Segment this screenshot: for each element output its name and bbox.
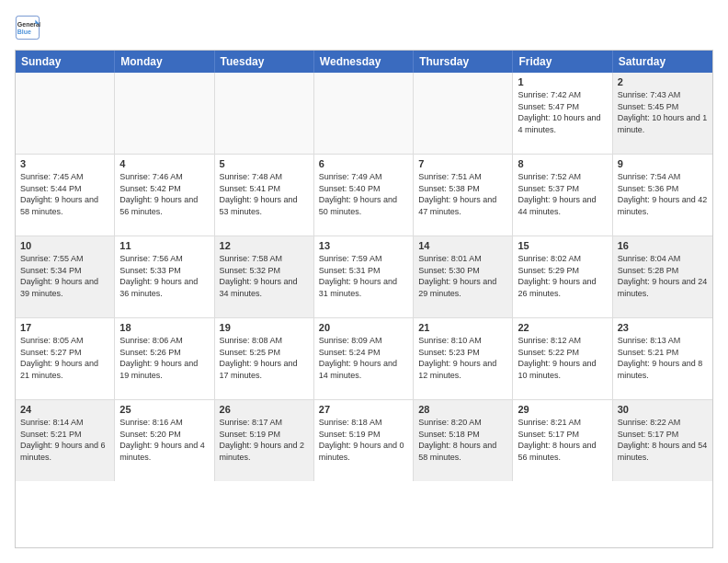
day-number: 24 — [20, 404, 109, 415]
calendar-cell: 14Sunrise: 8:01 AMSunset: 5:30 PMDayligh… — [414, 236, 513, 317]
cell-info: Sunrise: 8:02 AMSunset: 5:29 PMDaylight:… — [518, 253, 607, 299]
header: General Blue — [15, 15, 713, 40]
cell-info: Sunrise: 8:21 AMSunset: 5:17 PMDaylight:… — [518, 417, 607, 463]
day-number: 15 — [518, 240, 607, 251]
cell-info: Sunrise: 8:12 AMSunset: 5:22 PMDaylight:… — [518, 335, 607, 381]
day-number: 29 — [518, 404, 607, 415]
svg-rect-0 — [16, 16, 39, 39]
day-number: 2 — [618, 76, 708, 87]
day-number: 5 — [220, 158, 309, 169]
calendar-cell: 9Sunrise: 7:54 AMSunset: 5:36 PMDaylight… — [613, 155, 712, 236]
calendar-cell: 12Sunrise: 7:58 AMSunset: 5:32 PMDayligh… — [215, 236, 314, 317]
day-number: 23 — [618, 322, 708, 333]
weekday-header: Friday — [513, 51, 612, 73]
calendar-cell: 22Sunrise: 8:12 AMSunset: 5:22 PMDayligh… — [513, 318, 612, 399]
cell-info: Sunrise: 8:13 AMSunset: 5:21 PMDaylight:… — [618, 335, 708, 381]
calendar-cell: 13Sunrise: 7:59 AMSunset: 5:31 PMDayligh… — [314, 236, 414, 317]
cell-info: Sunrise: 8:20 AMSunset: 5:18 PMDaylight:… — [418, 417, 507, 463]
day-number: 1 — [518, 76, 607, 87]
day-number: 30 — [618, 404, 708, 415]
calendar: SundayMondayTuesdayWednesdayThursdayFrid… — [15, 50, 713, 548]
calendar-cell: 29Sunrise: 8:21 AMSunset: 5:17 PMDayligh… — [513, 400, 612, 481]
weekday-header: Monday — [115, 51, 214, 73]
calendar-cell — [314, 73, 414, 154]
day-number: 27 — [319, 404, 408, 415]
calendar-cell: 24Sunrise: 8:14 AMSunset: 5:21 PMDayligh… — [16, 400, 115, 481]
cell-info: Sunrise: 7:58 AMSunset: 5:32 PMDaylight:… — [220, 253, 309, 299]
svg-text:Blue: Blue — [17, 29, 31, 35]
cell-info: Sunrise: 7:45 AMSunset: 5:44 PMDaylight:… — [20, 171, 109, 217]
calendar-cell — [215, 73, 314, 154]
cell-info: Sunrise: 7:46 AMSunset: 5:42 PMDaylight:… — [119, 171, 209, 217]
day-number: 7 — [418, 158, 507, 169]
weekday-header: Tuesday — [215, 51, 314, 73]
weekday-header: Saturday — [613, 51, 712, 73]
calendar-cell: 27Sunrise: 8:18 AMSunset: 5:19 PMDayligh… — [314, 400, 414, 481]
calendar-cell: 10Sunrise: 7:55 AMSunset: 5:34 PMDayligh… — [16, 236, 115, 317]
day-number: 16 — [618, 240, 708, 251]
day-number: 9 — [618, 158, 708, 169]
cell-info: Sunrise: 7:51 AMSunset: 5:38 PMDaylight:… — [418, 171, 507, 217]
calendar-cell: 1Sunrise: 7:42 AMSunset: 5:47 PMDaylight… — [513, 73, 612, 154]
calendar-cell: 5Sunrise: 7:48 AMSunset: 5:41 PMDaylight… — [215, 155, 314, 236]
calendar-cell: 15Sunrise: 8:02 AMSunset: 5:29 PMDayligh… — [513, 236, 612, 317]
day-number: 10 — [20, 240, 109, 251]
day-number: 25 — [119, 404, 209, 415]
calendar-cell: 26Sunrise: 8:17 AMSunset: 5:19 PMDayligh… — [215, 400, 314, 481]
cell-info: Sunrise: 8:10 AMSunset: 5:23 PMDaylight:… — [418, 335, 507, 381]
cell-info: Sunrise: 7:48 AMSunset: 5:41 PMDaylight:… — [220, 171, 309, 217]
calendar-body: 1Sunrise: 7:42 AMSunset: 5:47 PMDaylight… — [16, 73, 712, 481]
calendar-row: 24Sunrise: 8:14 AMSunset: 5:21 PMDayligh… — [16, 400, 712, 481]
day-number: 4 — [119, 158, 209, 169]
calendar-cell — [16, 73, 115, 154]
calendar-cell — [414, 73, 513, 154]
day-number: 13 — [319, 240, 408, 251]
calendar-cell: 19Sunrise: 8:08 AMSunset: 5:25 PMDayligh… — [215, 318, 314, 399]
calendar-cell: 21Sunrise: 8:10 AMSunset: 5:23 PMDayligh… — [414, 318, 513, 399]
cell-info: Sunrise: 8:01 AMSunset: 5:30 PMDaylight:… — [418, 253, 507, 299]
cell-info: Sunrise: 8:18 AMSunset: 5:19 PMDaylight:… — [319, 417, 408, 463]
calendar-cell: 25Sunrise: 8:16 AMSunset: 5:20 PMDayligh… — [115, 400, 214, 481]
cell-info: Sunrise: 8:14 AMSunset: 5:21 PMDaylight:… — [20, 417, 109, 463]
cell-info: Sunrise: 8:17 AMSunset: 5:19 PMDaylight:… — [220, 417, 309, 463]
calendar-cell: 23Sunrise: 8:13 AMSunset: 5:21 PMDayligh… — [613, 318, 712, 399]
cell-info: Sunrise: 7:55 AMSunset: 5:34 PMDaylight:… — [20, 253, 109, 299]
weekday-header: Sunday — [16, 51, 115, 73]
calendar-cell: 30Sunrise: 8:22 AMSunset: 5:17 PMDayligh… — [613, 400, 712, 481]
calendar-cell: 11Sunrise: 7:56 AMSunset: 5:33 PMDayligh… — [115, 236, 214, 317]
weekday-header: Wednesday — [314, 51, 414, 73]
day-number: 19 — [220, 322, 309, 333]
day-number: 22 — [518, 322, 607, 333]
cell-info: Sunrise: 8:05 AMSunset: 5:27 PMDaylight:… — [20, 335, 109, 381]
cell-info: Sunrise: 8:04 AMSunset: 5:28 PMDaylight:… — [618, 253, 708, 299]
day-number: 6 — [319, 158, 408, 169]
calendar-cell: 8Sunrise: 7:52 AMSunset: 5:37 PMDaylight… — [513, 155, 612, 236]
day-number: 28 — [418, 404, 507, 415]
calendar-cell: 20Sunrise: 8:09 AMSunset: 5:24 PMDayligh… — [314, 318, 414, 399]
cell-info: Sunrise: 7:54 AMSunset: 5:36 PMDaylight:… — [618, 171, 708, 217]
calendar-row: 17Sunrise: 8:05 AMSunset: 5:27 PMDayligh… — [16, 318, 712, 400]
calendar-header: SundayMondayTuesdayWednesdayThursdayFrid… — [16, 51, 712, 73]
day-number: 18 — [119, 322, 209, 333]
calendar-cell: 28Sunrise: 8:20 AMSunset: 5:18 PMDayligh… — [414, 400, 513, 481]
day-number: 3 — [20, 158, 109, 169]
cell-info: Sunrise: 7:56 AMSunset: 5:33 PMDaylight:… — [119, 253, 209, 299]
day-number: 11 — [119, 240, 209, 251]
logo-icon: General Blue — [15, 15, 40, 40]
calendar-cell: 18Sunrise: 8:06 AMSunset: 5:26 PMDayligh… — [115, 318, 214, 399]
cell-info: Sunrise: 8:22 AMSunset: 5:17 PMDaylight:… — [618, 417, 708, 463]
cell-info: Sunrise: 7:59 AMSunset: 5:31 PMDaylight:… — [319, 253, 408, 299]
calendar-cell: 6Sunrise: 7:49 AMSunset: 5:40 PMDaylight… — [314, 155, 414, 236]
cell-info: Sunrise: 8:16 AMSunset: 5:20 PMDaylight:… — [119, 417, 209, 463]
cell-info: Sunrise: 7:52 AMSunset: 5:37 PMDaylight:… — [518, 171, 607, 217]
calendar-cell: 2Sunrise: 7:43 AMSunset: 5:45 PMDaylight… — [613, 73, 712, 154]
day-number: 12 — [220, 240, 309, 251]
cell-info: Sunrise: 8:06 AMSunset: 5:26 PMDaylight:… — [119, 335, 209, 381]
day-number: 17 — [20, 322, 109, 333]
calendar-cell — [115, 73, 214, 154]
day-number: 26 — [220, 404, 309, 415]
calendar-row: 10Sunrise: 7:55 AMSunset: 5:34 PMDayligh… — [16, 236, 712, 318]
cell-info: Sunrise: 7:49 AMSunset: 5:40 PMDaylight:… — [319, 171, 408, 217]
cell-info: Sunrise: 7:42 AMSunset: 5:47 PMDaylight:… — [518, 89, 607, 135]
calendar-row: 3Sunrise: 7:45 AMSunset: 5:44 PMDaylight… — [16, 155, 712, 236]
